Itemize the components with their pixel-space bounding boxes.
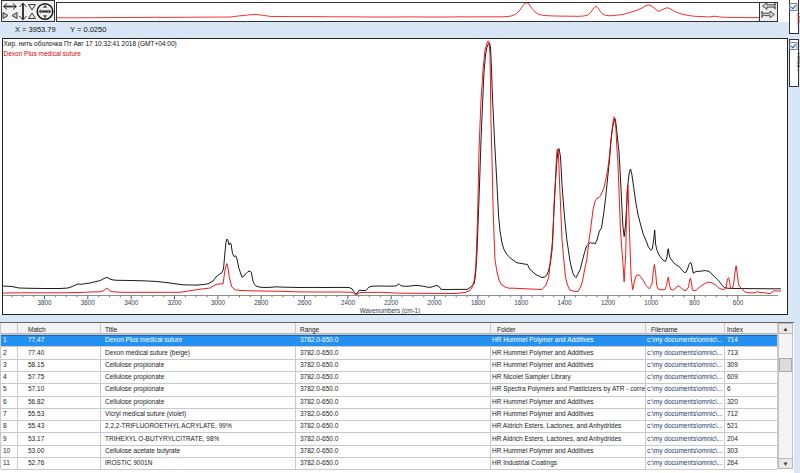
svg-text:2000: 2000 xyxy=(428,299,443,306)
svg-text:3400: 3400 xyxy=(124,299,139,306)
svg-text:2400: 2400 xyxy=(341,299,356,306)
svg-text:3000: 3000 xyxy=(211,299,226,306)
svg-text:1400: 1400 xyxy=(558,299,573,306)
svg-text:600: 600 xyxy=(733,299,744,306)
svg-text:Dex...: Dex... xyxy=(796,13,800,28)
svg-text:3800: 3800 xyxy=(37,299,52,306)
svg-text:2800: 2800 xyxy=(254,299,269,306)
svg-text:1000: 1000 xyxy=(644,299,659,306)
svg-text:2600: 2600 xyxy=(297,299,312,306)
svg-text:1600: 1600 xyxy=(514,299,529,306)
svg-text:800: 800 xyxy=(689,299,700,306)
svg-text:3200: 3200 xyxy=(167,299,182,306)
svg-text:Wavenumbers (cm-1): Wavenumbers (cm-1) xyxy=(360,307,420,315)
svg-text:2200: 2200 xyxy=(384,299,399,306)
svg-text:Resul...: Resul... xyxy=(796,53,800,72)
svg-text:1200: 1200 xyxy=(601,299,616,306)
svg-text:3600: 3600 xyxy=(81,299,96,306)
svg-text:1800: 1800 xyxy=(471,299,486,306)
